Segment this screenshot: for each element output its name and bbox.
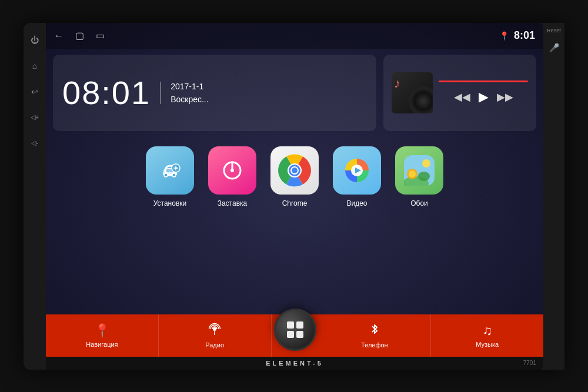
grid-dot-1 [287, 321, 294, 329]
phone-label: Телефон [361, 341, 388, 349]
power-side-button[interactable]: ⏻ [28, 33, 41, 46]
taskbar-radio[interactable]: Радио [159, 314, 272, 357]
vol-down-side-button[interactable]: ◁- [28, 137, 41, 150]
svg-point-2 [164, 173, 168, 177]
album-art-inner: ♪ [392, 72, 433, 113]
side-buttons: ⏻ ⌂ ↩ ◁+ ◁- [24, 23, 46, 370]
play-button[interactable]: ▶ [479, 89, 489, 105]
grid-dot-3 [287, 331, 294, 338]
radio-icon [208, 322, 222, 339]
music-widget: ♪ ◀◀ ▶ ▶▶ [383, 55, 536, 131]
chrome-icon [270, 146, 319, 195]
navigation-icon: 📍 [94, 323, 110, 339]
back-button[interactable]: ← [54, 31, 64, 41]
home-side-button[interactable]: ⌂ [28, 59, 41, 72]
home-button[interactable]: ▢ [75, 30, 84, 41]
video-label: Видео [346, 199, 367, 207]
svg-point-3 [172, 173, 176, 177]
chrome-label: Chrome [282, 199, 308, 207]
grid-dot-2 [296, 321, 303, 329]
taskbar-home-center [272, 314, 319, 357]
prev-button[interactable]: ◀◀ [454, 91, 470, 103]
app-screensaver[interactable]: Заставка [208, 146, 256, 305]
widget-area: 08:01 2017-1-1 Воскрес... ♪ ◀◀ [46, 49, 543, 137]
taskbar-navigation[interactable]: 📍 Навигация [46, 314, 159, 357]
svg-point-14 [292, 167, 298, 173]
reset-button[interactable]: Reset [547, 28, 561, 33]
microphone-icon: 🎤 [549, 43, 559, 52]
screensaver-icon [208, 146, 256, 195]
location-icon: 📍 [499, 31, 509, 41]
radio-label: Радио [205, 341, 224, 349]
app-video[interactable]: Видео [333, 146, 381, 305]
clock-widget: 08:01 2017-1-1 Воскрес... [53, 55, 376, 131]
device-frame: ⏻ ⌂ ↩ ◁+ ◁- ← ▢ ▭ 📍 8:01 08:01 2017- [24, 23, 564, 370]
grid-dot-4 [296, 331, 303, 338]
vol-up-side-button[interactable]: ◁+ [28, 111, 41, 124]
top-bar: ← ▢ ▭ 📍 8:01 [46, 23, 543, 49]
svg-point-19 [422, 159, 430, 167]
taskbar: 📍 Навигация Радио [46, 314, 543, 357]
screensaver-label: Заставка [218, 199, 248, 207]
music-label: Музыка [476, 341, 499, 348]
navigation-label: Навигация [86, 341, 118, 348]
vinyl-disc [408, 86, 433, 113]
app-grid: Установки Заставка [46, 137, 543, 314]
top-right-status: 📍 8:01 [499, 29, 535, 42]
taskbar-music[interactable]: ♫ Музыка [431, 314, 543, 357]
svg-point-6 [175, 167, 177, 169]
clock-display: 08:01 [62, 73, 151, 112]
date-info: 2017-1-1 Воскрес... [160, 82, 209, 104]
svg-point-23 [418, 172, 430, 181]
music-icon: ♫ [482, 323, 492, 339]
app-chrome[interactable]: Chrome [270, 146, 319, 305]
back-side-button[interactable]: ↩ [28, 85, 41, 98]
app-settings[interactable]: Установки [146, 146, 194, 305]
day-display: Воскрес... [171, 95, 209, 104]
taskbar-phone[interactable]: Телефон [319, 314, 432, 357]
music-progress-bar [439, 81, 528, 82]
settings-label: Установки [153, 199, 186, 207]
brand-bar: ELEMENT-5 7701 [46, 357, 543, 370]
album-art: ♪ [392, 72, 433, 113]
music-controls: ◀◀ ▶ ▶▶ [439, 81, 528, 105]
wallpaper-label: Обои [410, 199, 428, 207]
home-grid-icon [287, 321, 303, 338]
wallpaper-icon [395, 146, 443, 195]
right-side-panel: Reset 🎤 [543, 23, 564, 370]
settings-icon [146, 146, 194, 195]
nav-buttons: ← ▢ ▭ [54, 30, 105, 41]
next-button[interactable]: ▶▶ [497, 91, 513, 103]
video-icon [333, 146, 381, 195]
svg-point-22 [409, 170, 416, 177]
model-number: 7701 [523, 360, 536, 366]
recent-button[interactable]: ▭ [96, 30, 105, 41]
system-time: 8:01 [514, 29, 535, 42]
svg-point-9 [230, 169, 234, 172]
music-note-icon: ♪ [394, 76, 400, 91]
brand-name: ELEMENT-5 [266, 360, 323, 367]
date-display: 2017-1-1 [171, 82, 209, 91]
svg-point-24 [213, 327, 216, 331]
app-wallpaper[interactable]: Обои [395, 146, 443, 305]
bluetooth-icon [368, 323, 381, 339]
home-circle-button[interactable] [274, 309, 316, 351]
music-control-buttons: ◀◀ ▶ ▶▶ [439, 89, 528, 105]
main-screen: ← ▢ ▭ 📍 8:01 08:01 2017-1-1 Воскрес... [46, 23, 543, 370]
